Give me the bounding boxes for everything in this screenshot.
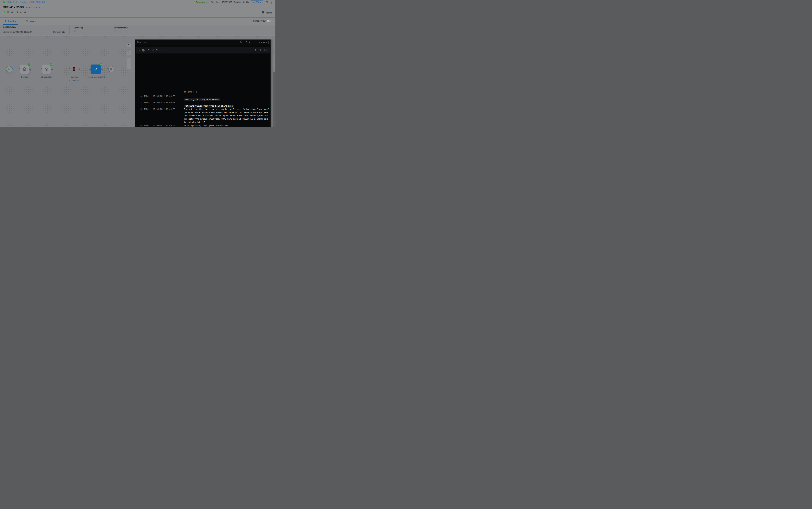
- page-scrollbar-thumb[interactable]: [273, 72, 275, 127]
- log-line: _achyuth/d605e19b46448ceaacb01fb4c19633a…: [135, 111, 270, 114]
- view-button[interactable]: View: [251, 0, 263, 4]
- title-row: CDS-41722-S3 (Execution Id: 8): [3, 5, 40, 9]
- more-options-button[interactable]: [270, 1, 272, 4]
- zoom-in-button[interactable]: +: [127, 58, 132, 64]
- environment-tag: e2, e1: [21, 11, 26, 13]
- execution-id: (Execution Id: 8): [26, 6, 40, 9]
- user-menu[interactable]: Admin: [261, 11, 272, 14]
- status-badge: SUCCESS: [194, 1, 209, 4]
- step-name: Fetch Files: [148, 49, 162, 52]
- inputs-icon: [26, 20, 28, 23]
- log-search-button[interactable]: [240, 41, 242, 43]
- log-scroll-area[interactable]: in gofile )3INFO15/09/2022 16:09:35Start…: [135, 45, 270, 127]
- scroll-to-bottom-button[interactable]: ↓: [260, 49, 261, 52]
- log-lines: in gofile )3INFO15/09/2022 16:09:35Start…: [135, 91, 270, 127]
- environment-icon: [16, 11, 19, 14]
- edge-port: [78, 68, 80, 70]
- log-line: repository/helm/source/93602db7-89f2-317…: [135, 117, 270, 121]
- edge-port: [69, 68, 70, 70]
- harness-status-icon: [3, 11, 5, 14]
- tab-pipeline[interactable]: Pipeline: [3, 18, 19, 25]
- success-check-icon: [49, 63, 52, 66]
- log-line: 3INFO15/09/2022 16:09:35: [135, 95, 270, 98]
- log-line: in gofile ): [135, 91, 270, 95]
- expand-icon: [245, 41, 247, 43]
- summary-divider: [69, 26, 70, 34]
- console-view-toggle[interactable]: [267, 20, 271, 22]
- harness-logo-icon: [3, 1, 5, 4]
- drawer-scrollbar-track[interactable]: [271, 39, 272, 127]
- page-title: CDS-41722-S3: [3, 5, 24, 9]
- service-gear-icon: ⚙: [23, 67, 27, 72]
- step-row-fetch-files[interactable]: Fetch Files ↑ ↓ 9s: [136, 47, 269, 54]
- service-tag: s2: [11, 11, 13, 13]
- node-infrastructure[interactable]: [42, 65, 51, 74]
- canvas-select-button[interactable]: [127, 52, 132, 55]
- step-logs-header: Step Logs Console View: [135, 39, 270, 45]
- start-time-label: Start time: [211, 1, 220, 3]
- edge-port: [29, 68, 31, 70]
- active-tab-underline: [3, 24, 19, 25]
- scroll-to-top-button[interactable]: ↑: [255, 49, 257, 52]
- log-console-view-button[interactable]: Console View: [254, 41, 269, 44]
- traffic-green-icon: [73, 69, 75, 71]
- toggle-knob: [267, 20, 269, 22]
- log-line: t/test-chart/0.1.0: [135, 121, 270, 124]
- node-label-rollout-deployment: Rollout Deployment: [87, 75, 105, 79]
- play-icon: [8, 68, 10, 70]
- step-success-icon: [142, 49, 145, 52]
- services-label: Service(s): [74, 27, 83, 29]
- tab-bar: Pipeline Inputs Console View: [0, 18, 275, 25]
- log-line: -out/darwin-fastbuild/bin/260-delegate/e…: [135, 114, 270, 117]
- stage-summary: DeployLocal Started at: 15/09/2022, 16:0…: [0, 25, 275, 35]
- stage-name: DeployLocal: [3, 26, 16, 28]
- step-duration: 9s: [264, 49, 267, 52]
- edge-port: [101, 68, 103, 70]
- service-gear-icon: ⚙: [7, 11, 9, 14]
- pipeline-execution-page: CFDs_Test › Pipelines › CDS-41722-S3 › S…: [0, 0, 275, 127]
- fullscreen-icon: [128, 44, 131, 46]
- elapsed-duration: 59s: [243, 1, 249, 3]
- step-logs-title: Step Logs: [137, 41, 146, 43]
- log-expand-button[interactable]: [245, 41, 247, 43]
- stop-icon: [110, 68, 112, 70]
- zoom-out-button[interactable]: −: [127, 64, 132, 69]
- refresh-button[interactable]: [265, 1, 268, 4]
- tab-inputs[interactable]: Inputs: [24, 18, 38, 25]
- environment-link[interactable]: e1: [114, 30, 128, 32]
- started-at: Started at: 15/09/2022, 16:09:27: [3, 31, 32, 33]
- breadcrumb-separator: ›: [18, 1, 19, 3]
- node-service[interactable]: ⚙: [20, 65, 29, 74]
- services-column: Service(s) s2: [74, 27, 83, 32]
- log-open-new-tab-button[interactable]: [249, 41, 252, 43]
- breadcrumb-pipelines[interactable]: Pipelines: [20, 1, 28, 3]
- log-line: Fetching values.yaml from helm chart rep…: [135, 104, 270, 108]
- start-node[interactable]: [6, 66, 12, 72]
- success-check-icon: [28, 63, 30, 66]
- breadcrumb-separator: ›: [29, 1, 30, 3]
- external-link-icon: [249, 41, 252, 43]
- chevron-down-icon[interactable]: [138, 49, 140, 52]
- canvas-fullscreen-button[interactable]: [127, 43, 132, 47]
- success-check-icon: [100, 63, 102, 66]
- end-node[interactable]: [108, 66, 114, 72]
- log-line: Starting fetching Helm values: [135, 98, 270, 101]
- step-logs-drawer: in gofile )3INFO15/09/2022 16:09:35Start…: [135, 39, 270, 127]
- node-rollout-deployment[interactable]: [90, 65, 101, 74]
- node-resource-constraint[interactable]: [73, 67, 75, 71]
- log-line: 4INFO15/09/2022 16:09:35: [135, 101, 270, 104]
- service-link[interactable]: s2: [74, 30, 83, 32]
- node-label-infrastructure: Infrastructure: [38, 75, 56, 79]
- traffic-red-icon: [73, 68, 75, 69]
- rollout-icon: [94, 67, 98, 71]
- node-label-resource-constraint: Resource Constraint: [65, 75, 83, 82]
- avatar: [261, 11, 264, 14]
- user-name: Admin: [266, 11, 272, 14]
- clock-icon: [243, 1, 245, 3]
- marquee-icon: [128, 52, 131, 54]
- breadcrumb-pipeline-name[interactable]: CDS-41722-S3: [31, 1, 45, 3]
- breadcrumb-project[interactable]: CFDs_Test: [7, 1, 17, 3]
- refresh-icon: [265, 1, 268, 4]
- breadcrumb-separator: ›: [46, 1, 46, 3]
- log-line: 6INFO15/09/2022 16:09:42Helm repository:…: [135, 124, 270, 127]
